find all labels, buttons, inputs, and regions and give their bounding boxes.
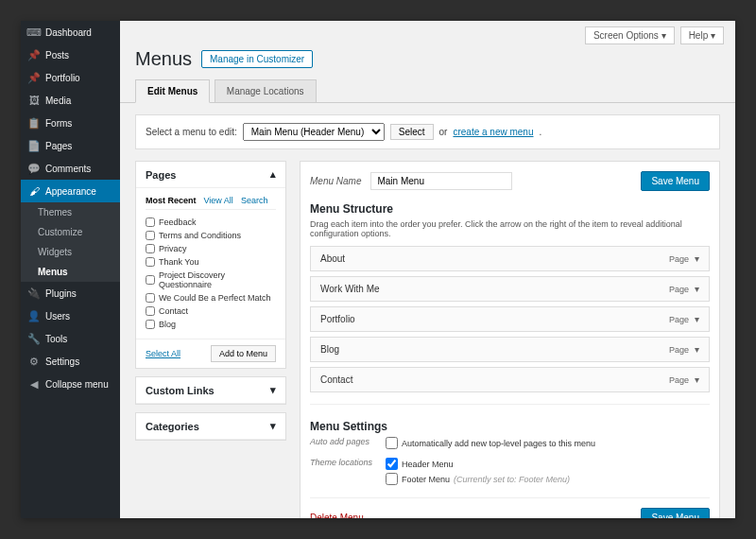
sidebar-item-pages[interactable]: 📄Pages — [21, 134, 120, 157]
submenu-widgets[interactable]: Widgets — [21, 242, 120, 262]
help-button[interactable]: Help ▾ — [680, 26, 724, 44]
chevron-down-icon: ▾ — [695, 344, 699, 355]
sidebar-item-forms[interactable]: 📋Forms — [21, 112, 120, 134]
save-menu-button-bottom[interactable]: Save Menu — [641, 508, 710, 518]
categories-toggle[interactable]: Categories▾ — [136, 413, 285, 440]
pages-icon: 📄 — [28, 140, 40, 151]
accordion-column: Pages▴ Most Recent View All Search Feedb… — [135, 161, 286, 518]
menu-structure-desc: Drag each item into the order you prefer… — [310, 219, 710, 238]
submenu-menus[interactable]: Menus — [21, 262, 120, 282]
chevron-down-icon: ▾ — [695, 253, 699, 264]
menu-item[interactable]: AboutPage▾ — [310, 246, 710, 271]
custom-links-toggle[interactable]: Custom Links▾ — [136, 377, 285, 404]
menu-settings-title: Menu Settings — [310, 420, 710, 433]
sidebar-collapse[interactable]: ◀Collapse menu — [21, 373, 120, 395]
page-checkbox[interactable]: Privacy — [146, 242, 276, 255]
theme-locations-label: Theme locations — [310, 458, 386, 467]
sidebar-submenu: Themes Customize Widgets Menus — [21, 202, 120, 282]
tab-manage-locations[interactable]: Manage Locations — [215, 79, 317, 102]
or-text: or — [439, 127, 448, 137]
submenu-customize[interactable]: Customize — [21, 222, 120, 242]
menu-structure-title: Menu Structure — [310, 202, 710, 216]
sidebar-item-media[interactable]: 🖼Media — [21, 89, 120, 112]
delete-menu-link[interactable]: Delete Menu — [310, 513, 364, 518]
chevron-down-icon: ▾ — [695, 314, 699, 324]
menu-items-list: AboutPage▾ Work With MePage▾ PortfolioPa… — [310, 246, 710, 392]
admin-sidebar: ⌨Dashboard 📌Posts 📌Portfolio 🖼Media 📋For… — [21, 21, 120, 518]
user-icon: 👤 — [28, 310, 40, 322]
sidebar-item-dashboard[interactable]: ⌨Dashboard — [21, 21, 120, 43]
chevron-down-icon: ▾ — [270, 420, 276, 432]
menu-edit-form: Menu Name Save Menu Menu Structure Drag … — [300, 161, 720, 518]
menu-item[interactable]: ContactPage▾ — [310, 367, 710, 392]
custom-links-panel: Custom Links▾ — [135, 376, 286, 405]
brush-icon: 🖌 — [28, 185, 40, 197]
pin-icon: 📌 — [28, 49, 40, 61]
sidebar-item-tools[interactable]: 🔧Tools — [21, 327, 120, 350]
page-checkbox[interactable]: Project Discovery Questionnaire — [146, 269, 276, 291]
menu-item[interactable]: Work With MePage▾ — [310, 276, 710, 302]
page-checkbox[interactable]: Feedback — [146, 216, 276, 229]
forms-icon: 📋 — [28, 117, 40, 129]
page-checkbox[interactable]: We Could Be a Perfect Match — [146, 291, 276, 304]
pages-subtabs: Most Recent View All Search — [146, 196, 276, 210]
screen-options-button[interactable]: Screen Options ▾ — [585, 26, 675, 44]
menu-selector-bar: Select a menu to edit: Main Menu (Header… — [135, 114, 720, 149]
selector-label: Select a menu to edit: — [146, 127, 237, 137]
chevron-down-icon: ▾ — [270, 384, 276, 396]
select-button[interactable]: Select — [390, 124, 434, 140]
sidebar-item-plugins[interactable]: 🔌Plugins — [21, 282, 120, 304]
subtab-search[interactable]: Search — [241, 196, 268, 205]
sidebar-item-users[interactable]: 👤Users — [21, 304, 120, 327]
save-menu-button-top[interactable]: Save Menu — [641, 171, 710, 191]
chevron-down-icon: ▾ — [695, 284, 699, 294]
chevron-up-icon: ▴ — [270, 168, 276, 181]
menu-item[interactable]: PortfolioPage▾ — [310, 306, 710, 332]
select-all-link[interactable]: Select All — [146, 349, 180, 358]
collapse-icon: ◀ — [28, 378, 40, 390]
pages-panel-toggle[interactable]: Pages▴ — [136, 162, 285, 188]
subtab-most-recent[interactable]: Most Recent — [146, 196, 197, 205]
tab-edit-menus[interactable]: Edit Menus — [135, 79, 210, 103]
submenu-themes[interactable]: Themes — [21, 202, 120, 222]
main-tabs: Edit Menus Manage Locations — [120, 79, 735, 103]
manage-customizer-button[interactable]: Manage in Customizer — [201, 50, 313, 68]
gear-icon: ⚙ — [28, 356, 40, 367]
sidebar-item-appearance[interactable]: 🖌Appearance — [21, 180, 120, 202]
auto-add-checkbox[interactable]: Automatically add new top-level pages to… — [386, 437, 595, 449]
menu-select[interactable]: Main Menu (Header Menu) — [243, 123, 385, 141]
menu-name-input[interactable] — [370, 172, 512, 190]
sidebar-item-comments[interactable]: 💬Comments — [21, 157, 120, 180]
page-checkbox[interactable]: Blog — [146, 318, 276, 331]
comments-icon: 💬 — [28, 163, 40, 174]
menu-name-label: Menu Name — [310, 176, 361, 186]
create-menu-link[interactable]: create a new menu — [453, 127, 533, 137]
wrench-icon: 🔧 — [28, 333, 40, 344]
menu-item[interactable]: BlogPage▾ — [310, 337, 710, 362]
page-checkbox[interactable]: Contact — [146, 304, 276, 318]
pages-checklist: Feedback Terms and Conditions Privacy Th… — [146, 216, 276, 331]
sidebar-item-posts[interactable]: 📌Posts — [21, 43, 120, 66]
subtab-view-all[interactable]: View All — [204, 196, 233, 205]
pages-panel: Pages▴ Most Recent View All Search Feedb… — [135, 161, 286, 369]
top-bar: Screen Options ▾ Help ▾ — [120, 21, 735, 44]
dashboard-icon: ⌨ — [28, 26, 40, 38]
plugin-icon: 🔌 — [28, 287, 40, 299]
location-header-checkbox[interactable]: Header Menu — [386, 458, 570, 470]
main-content: Screen Options ▾ Help ▾ Menus Manage in … — [120, 21, 735, 518]
sidebar-item-settings[interactable]: ⚙Settings — [21, 350, 120, 373]
page-checkbox[interactable]: Thank You — [146, 255, 276, 269]
page-checkbox[interactable]: Terms and Conditions — [146, 229, 276, 242]
auto-add-label: Auto add pages — [310, 437, 386, 446]
chevron-down-icon: ▾ — [695, 374, 699, 385]
location-footer-checkbox[interactable]: Footer Menu (Currently set to: Footer Me… — [386, 473, 570, 485]
categories-panel: Categories▾ — [135, 412, 286, 441]
page-title: Menus — [135, 48, 192, 70]
pin-icon: 📌 — [28, 72, 40, 83]
sidebar-item-portfolio[interactable]: 📌Portfolio — [21, 66, 120, 89]
add-to-menu-button[interactable]: Add to Menu — [211, 345, 276, 362]
media-icon: 🖼 — [28, 95, 40, 106]
